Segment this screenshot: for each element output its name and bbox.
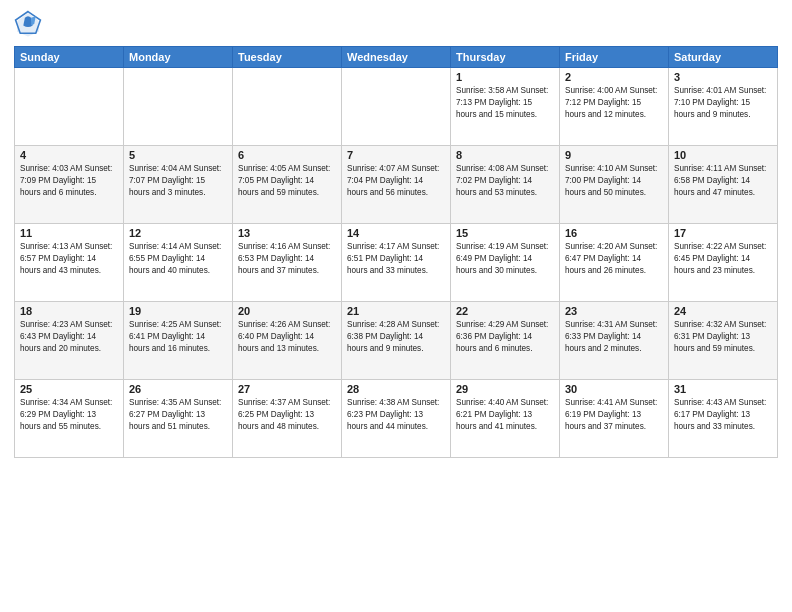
day-number: 18 [20, 305, 118, 317]
day-number: 4 [20, 149, 118, 161]
day-number: 14 [347, 227, 445, 239]
calendar-table: SundayMondayTuesdayWednesdayThursdayFrid… [14, 46, 778, 458]
calendar-cell: 29Sunrise: 4:40 AM Sunset: 6:21 PM Dayli… [451, 380, 560, 458]
calendar-cell [233, 68, 342, 146]
calendar-cell: 24Sunrise: 4:32 AM Sunset: 6:31 PM Dayli… [669, 302, 778, 380]
calendar-cell: 16Sunrise: 4:20 AM Sunset: 6:47 PM Dayli… [560, 224, 669, 302]
day-detail: Sunrise: 4:03 AM Sunset: 7:09 PM Dayligh… [20, 163, 118, 199]
calendar-cell: 11Sunrise: 4:13 AM Sunset: 6:57 PM Dayli… [15, 224, 124, 302]
day-detail: Sunrise: 4:40 AM Sunset: 6:21 PM Dayligh… [456, 397, 554, 433]
day-number: 9 [565, 149, 663, 161]
day-number: 19 [129, 305, 227, 317]
calendar-cell: 17Sunrise: 4:22 AM Sunset: 6:45 PM Dayli… [669, 224, 778, 302]
calendar-cell: 21Sunrise: 4:28 AM Sunset: 6:38 PM Dayli… [342, 302, 451, 380]
day-detail: Sunrise: 4:25 AM Sunset: 6:41 PM Dayligh… [129, 319, 227, 355]
weekday-header: Sunday [15, 47, 124, 68]
calendar-cell [15, 68, 124, 146]
calendar-cell: 31Sunrise: 4:43 AM Sunset: 6:17 PM Dayli… [669, 380, 778, 458]
day-number: 8 [456, 149, 554, 161]
calendar-week-row: 25Sunrise: 4:34 AM Sunset: 6:29 PM Dayli… [15, 380, 778, 458]
day-number: 1 [456, 71, 554, 83]
day-number: 24 [674, 305, 772, 317]
day-detail: Sunrise: 4:29 AM Sunset: 6:36 PM Dayligh… [456, 319, 554, 355]
day-number: 21 [347, 305, 445, 317]
day-number: 7 [347, 149, 445, 161]
calendar-header: SundayMondayTuesdayWednesdayThursdayFrid… [15, 47, 778, 68]
day-detail: Sunrise: 4:00 AM Sunset: 7:12 PM Dayligh… [565, 85, 663, 121]
day-detail: Sunrise: 4:07 AM Sunset: 7:04 PM Dayligh… [347, 163, 445, 199]
day-detail: Sunrise: 4:04 AM Sunset: 7:07 PM Dayligh… [129, 163, 227, 199]
day-detail: Sunrise: 4:13 AM Sunset: 6:57 PM Dayligh… [20, 241, 118, 277]
day-number: 27 [238, 383, 336, 395]
day-number: 30 [565, 383, 663, 395]
calendar-cell: 15Sunrise: 4:19 AM Sunset: 6:49 PM Dayli… [451, 224, 560, 302]
day-number: 29 [456, 383, 554, 395]
logo-icon [14, 10, 42, 38]
day-number: 3 [674, 71, 772, 83]
day-detail: Sunrise: 4:10 AM Sunset: 7:00 PM Dayligh… [565, 163, 663, 199]
day-detail: Sunrise: 4:31 AM Sunset: 6:33 PM Dayligh… [565, 319, 663, 355]
weekday-header: Friday [560, 47, 669, 68]
calendar-cell: 18Sunrise: 4:23 AM Sunset: 6:43 PM Dayli… [15, 302, 124, 380]
logo [14, 10, 46, 38]
calendar-body: 1Sunrise: 3:58 AM Sunset: 7:13 PM Daylig… [15, 68, 778, 458]
header [14, 10, 778, 38]
day-number: 15 [456, 227, 554, 239]
day-detail: Sunrise: 4:16 AM Sunset: 6:53 PM Dayligh… [238, 241, 336, 277]
day-detail: Sunrise: 4:17 AM Sunset: 6:51 PM Dayligh… [347, 241, 445, 277]
day-detail: Sunrise: 4:20 AM Sunset: 6:47 PM Dayligh… [565, 241, 663, 277]
calendar-cell: 27Sunrise: 4:37 AM Sunset: 6:25 PM Dayli… [233, 380, 342, 458]
day-detail: Sunrise: 4:23 AM Sunset: 6:43 PM Dayligh… [20, 319, 118, 355]
header-row: SundayMondayTuesdayWednesdayThursdayFrid… [15, 47, 778, 68]
day-number: 2 [565, 71, 663, 83]
calendar-cell: 28Sunrise: 4:38 AM Sunset: 6:23 PM Dayli… [342, 380, 451, 458]
calendar-cell: 4Sunrise: 4:03 AM Sunset: 7:09 PM Daylig… [15, 146, 124, 224]
calendar-cell: 7Sunrise: 4:07 AM Sunset: 7:04 PM Daylig… [342, 146, 451, 224]
weekday-header: Tuesday [233, 47, 342, 68]
day-number: 5 [129, 149, 227, 161]
calendar-cell: 9Sunrise: 4:10 AM Sunset: 7:00 PM Daylig… [560, 146, 669, 224]
day-number: 13 [238, 227, 336, 239]
calendar-cell: 30Sunrise: 4:41 AM Sunset: 6:19 PM Dayli… [560, 380, 669, 458]
day-detail: Sunrise: 3:58 AM Sunset: 7:13 PM Dayligh… [456, 85, 554, 121]
day-number: 11 [20, 227, 118, 239]
calendar-week-row: 18Sunrise: 4:23 AM Sunset: 6:43 PM Dayli… [15, 302, 778, 380]
day-detail: Sunrise: 4:35 AM Sunset: 6:27 PM Dayligh… [129, 397, 227, 433]
calendar-cell [124, 68, 233, 146]
calendar-cell: 25Sunrise: 4:34 AM Sunset: 6:29 PM Dayli… [15, 380, 124, 458]
day-detail: Sunrise: 4:37 AM Sunset: 6:25 PM Dayligh… [238, 397, 336, 433]
calendar-cell: 26Sunrise: 4:35 AM Sunset: 6:27 PM Dayli… [124, 380, 233, 458]
day-number: 25 [20, 383, 118, 395]
day-number: 17 [674, 227, 772, 239]
weekday-header: Wednesday [342, 47, 451, 68]
calendar-cell: 8Sunrise: 4:08 AM Sunset: 7:02 PM Daylig… [451, 146, 560, 224]
day-detail: Sunrise: 4:22 AM Sunset: 6:45 PM Dayligh… [674, 241, 772, 277]
calendar-cell: 13Sunrise: 4:16 AM Sunset: 6:53 PM Dayli… [233, 224, 342, 302]
day-number: 10 [674, 149, 772, 161]
day-detail: Sunrise: 4:41 AM Sunset: 6:19 PM Dayligh… [565, 397, 663, 433]
calendar-cell: 14Sunrise: 4:17 AM Sunset: 6:51 PM Dayli… [342, 224, 451, 302]
day-number: 6 [238, 149, 336, 161]
day-number: 26 [129, 383, 227, 395]
day-detail: Sunrise: 4:34 AM Sunset: 6:29 PM Dayligh… [20, 397, 118, 433]
weekday-header: Saturday [669, 47, 778, 68]
day-detail: Sunrise: 4:14 AM Sunset: 6:55 PM Dayligh… [129, 241, 227, 277]
day-number: 23 [565, 305, 663, 317]
day-number: 12 [129, 227, 227, 239]
day-detail: Sunrise: 4:19 AM Sunset: 6:49 PM Dayligh… [456, 241, 554, 277]
calendar-week-row: 4Sunrise: 4:03 AM Sunset: 7:09 PM Daylig… [15, 146, 778, 224]
calendar-cell: 5Sunrise: 4:04 AM Sunset: 7:07 PM Daylig… [124, 146, 233, 224]
calendar-cell [342, 68, 451, 146]
day-number: 16 [565, 227, 663, 239]
day-detail: Sunrise: 4:28 AM Sunset: 6:38 PM Dayligh… [347, 319, 445, 355]
day-detail: Sunrise: 4:01 AM Sunset: 7:10 PM Dayligh… [674, 85, 772, 121]
day-detail: Sunrise: 4:32 AM Sunset: 6:31 PM Dayligh… [674, 319, 772, 355]
day-detail: Sunrise: 4:43 AM Sunset: 6:17 PM Dayligh… [674, 397, 772, 433]
calendar-week-row: 11Sunrise: 4:13 AM Sunset: 6:57 PM Dayli… [15, 224, 778, 302]
calendar-cell: 22Sunrise: 4:29 AM Sunset: 6:36 PM Dayli… [451, 302, 560, 380]
weekday-header: Thursday [451, 47, 560, 68]
day-number: 20 [238, 305, 336, 317]
calendar-week-row: 1Sunrise: 3:58 AM Sunset: 7:13 PM Daylig… [15, 68, 778, 146]
day-number: 28 [347, 383, 445, 395]
calendar-cell: 12Sunrise: 4:14 AM Sunset: 6:55 PM Dayli… [124, 224, 233, 302]
